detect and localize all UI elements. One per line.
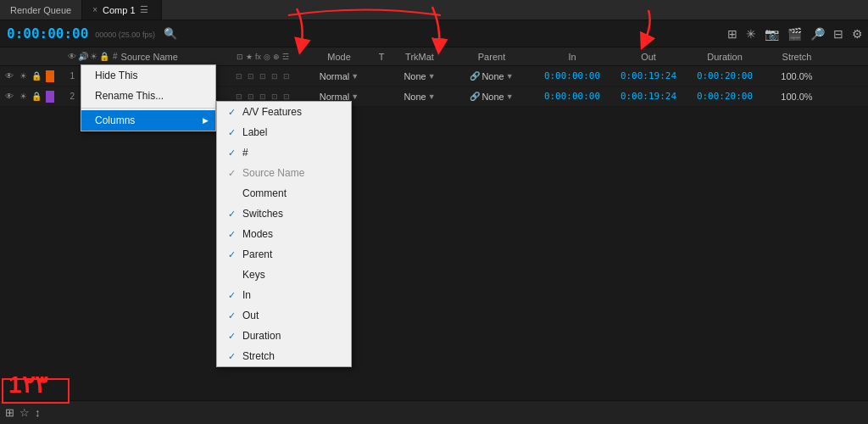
trikmat-dropdown-2[interactable]: None ▼ — [390, 92, 449, 102]
grid2-icon[interactable]: ⊟ — [832, 25, 845, 42]
layer-in-2[interactable]: 0:00:00:00 — [534, 91, 610, 102]
comp-tab-label: Comp 1 — [103, 5, 136, 15]
header-icons: 👁 🔊 ☀ 🔒 # Source Name — [68, 52, 178, 62]
check-keys: ✓ — [225, 270, 237, 281]
parent-link-icon-2: 🔗 — [470, 92, 480, 101]
submenu-av-features[interactable]: ✓ A/V Features — [217, 102, 351, 122]
bottom-icon-3[interactable]: ↕ — [35, 406, 41, 419]
trikmat-arrow-2[interactable]: ▼ — [428, 92, 436, 101]
check-av-features: ✓ — [225, 107, 237, 118]
col-header-mode: Mode — [305, 52, 373, 62]
submenu-duration[interactable]: ✓ Duration — [217, 326, 351, 346]
search-icon[interactable]: 🔍 — [164, 27, 177, 40]
mode-arrow-1[interactable]: ▼ — [351, 72, 359, 81]
timecode-display[interactable]: 0:00:00:00 — [7, 25, 88, 42]
check-hash: ✓ — [225, 148, 237, 159]
duration-label: Duration — [242, 330, 339, 342]
hide-this-label: Hide This — [95, 70, 137, 81]
switch-icon-1a[interactable]: ⊡ — [234, 72, 244, 81]
layer-stretch-2[interactable]: 100.0% — [763, 92, 831, 102]
source-name-label: Source Name — [242, 167, 339, 179]
camera-icon[interactable]: 📷 — [763, 25, 781, 42]
switch-icon-1b[interactable]: ⊡ — [246, 72, 256, 81]
switch-icon-1d[interactable]: ⊡ — [270, 72, 280, 81]
check-label: ✓ — [225, 127, 237, 138]
submenu-parent[interactable]: ✓ Parent — [217, 244, 351, 265]
layer-in-1[interactable]: 0:00:00:00 — [534, 70, 610, 81]
film-icon[interactable]: 🎬 — [786, 25, 804, 42]
solo-header-icon: ☀ — [90, 52, 97, 61]
check-in: ✓ — [225, 290, 237, 301]
comp-tab[interactable]: × Comp 1 ☰ — [81, 0, 161, 20]
solo-icon-2[interactable]: ☀ — [17, 92, 29, 101]
bottom-icon-1[interactable]: ⊞ — [5, 406, 14, 419]
parent-arrow-2[interactable]: ▼ — [506, 92, 514, 101]
solo-icon-1[interactable]: ☀ — [17, 71, 29, 81]
submenu-source-name[interactable]: ✓ Source Name — [217, 163, 351, 183]
layer-mode-1[interactable]: Normal ▼ — [305, 71, 373, 81]
eye-icon-1[interactable]: 👁 — [3, 71, 15, 81]
check-parent: ✓ — [225, 249, 237, 260]
layer-trikmat-2[interactable]: None ▼ — [390, 92, 449, 102]
layer-parent-2[interactable]: 🔗 None ▼ — [449, 92, 534, 102]
tab-menu-icon[interactable]: ☰ — [137, 0, 151, 20]
submenu-comment[interactable]: ✓ Comment — [217, 183, 351, 204]
layer-duration-1[interactable]: 0:00:20:00 — [687, 70, 763, 81]
search2-icon[interactable]: 🔎 — [809, 25, 826, 42]
switch-icon-2d[interactable]: ⊡ — [270, 92, 280, 101]
trikmat-arrow-1[interactable]: ▼ — [428, 72, 436, 81]
col-header-t: T — [373, 52, 390, 62]
mode-arrow-2[interactable]: ▼ — [351, 92, 359, 101]
hash-label: # — [242, 147, 339, 159]
submenu-keys[interactable]: ✓ Keys — [217, 265, 351, 285]
context-menu: Hide This Rename This... Columns ▶ — [81, 64, 216, 131]
layer-parent-1[interactable]: 🔗 None ▼ — [449, 71, 534, 81]
submenu-stretch[interactable]: ✓ Stretch — [217, 346, 351, 366]
submenu-in[interactable]: ✓ In — [217, 285, 351, 305]
col-header-in: In — [534, 52, 610, 62]
av-header-icon: 👁 — [68, 52, 76, 61]
switch-icon-2b[interactable]: ⊡ — [246, 92, 256, 101]
layer-trikmat-1[interactable]: None ▼ — [390, 71, 449, 81]
lock-icon-2[interactable]: 🔒 — [31, 92, 42, 101]
switch-icon-2e[interactable]: ⊡ — [281, 92, 292, 101]
layer-out-1[interactable]: 0:00:19:24 — [610, 70, 687, 81]
submenu-label[interactable]: ✓ Label — [217, 122, 351, 142]
parent-arrow-1[interactable]: ▼ — [506, 72, 514, 81]
rename-this-label: Rename This... — [95, 90, 164, 102]
sun-icon[interactable]: ✳ — [744, 25, 758, 42]
close-icon[interactable]: × — [92, 5, 97, 14]
submenu-modes[interactable]: ✓ Modes — [217, 224, 351, 244]
layer-switches-1: ⊡ ⊡ ⊡ ⊡ ⊡ — [220, 72, 305, 81]
switch-icon-2a[interactable]: ⊡ — [234, 92, 244, 101]
lock-icon-1[interactable]: 🔒 — [31, 71, 42, 81]
switch-icon-1e[interactable]: ⊡ — [281, 72, 292, 81]
layer-mode-2[interactable]: Normal ▼ — [305, 92, 373, 102]
check-stretch: ✓ — [225, 351, 237, 362]
eye-icon-2[interactable]: 👁 — [3, 92, 15, 101]
layer-duration-2[interactable]: 0:00:20:00 — [687, 91, 763, 102]
stretch-label: Stretch — [242, 350, 339, 362]
submenu-out[interactable]: ✓ Out — [217, 305, 351, 326]
submenu-hash[interactable]: ✓ # — [217, 142, 351, 163]
settings-icon[interactable]: ⚙ — [850, 25, 865, 42]
bottom-icon-2[interactable]: ☆ — [19, 406, 30, 419]
columns-submenu-arrow: ▶ — [203, 116, 209, 125]
layer-label-1 — [46, 70, 54, 82]
grid-icon[interactable]: ⊞ — [726, 25, 739, 42]
lock-header-icon: 🔒 — [99, 52, 109, 61]
col-header-trikmat: TrkMat — [390, 52, 449, 62]
trikmat-dropdown-1[interactable]: None ▼ — [390, 71, 449, 81]
hide-this-menuitem[interactable]: Hide This — [81, 65, 215, 86]
modes-label: Modes — [242, 228, 339, 240]
submenu-switches[interactable]: ✓ Switches — [217, 204, 351, 224]
rename-this-menuitem[interactable]: Rename This... — [81, 86, 215, 106]
switch-icon-2c[interactable]: ⊡ — [258, 92, 268, 101]
layer-out-2[interactable]: 0:00:19:24 — [610, 91, 687, 102]
render-queue-tab[interactable]: Render Queue — [0, 0, 81, 20]
layer-stretch-1[interactable]: 100.0% — [763, 71, 831, 81]
switch-icon-1c[interactable]: ⊡ — [258, 72, 268, 81]
in-label: In — [242, 289, 339, 301]
columns-menuitem[interactable]: Columns ▶ — [81, 110, 215, 131]
source-name-col-header[interactable]: Source Name — [121, 52, 178, 62]
